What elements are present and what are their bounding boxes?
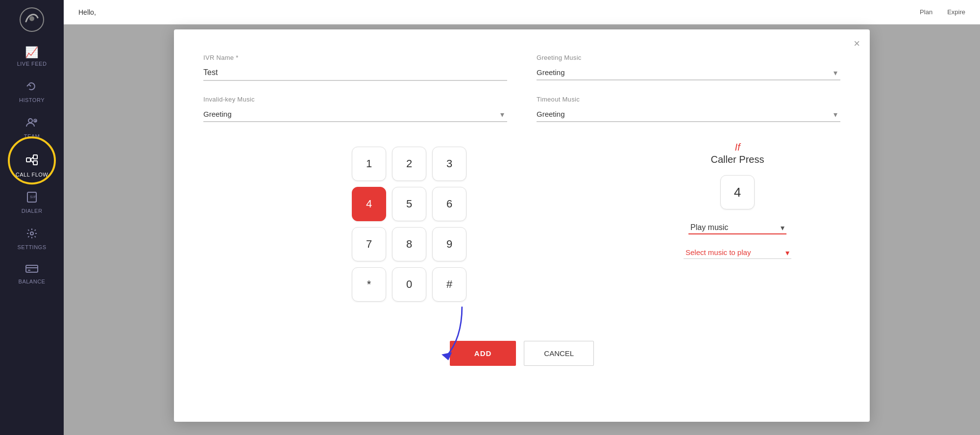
timeout-music-select[interactable]: Greeting	[537, 107, 840, 122]
add-button[interactable]: ADD	[450, 341, 516, 366]
topbar-right: Plan Expire	[920, 8, 965, 16]
team-icon	[25, 117, 38, 131]
close-icon[interactable]: ×	[854, 37, 860, 50]
music-select[interactable]: Select music to play Greeting Music 1 Mu…	[684, 246, 791, 258]
modal-dialog: × IVR Name * Greeting Music Greeting	[174, 29, 870, 422]
app-logo	[15, 5, 49, 34]
topbar-greeting: Hello,	[78, 8, 920, 16]
key-3[interactable]: 3	[432, 147, 466, 181]
balance-icon	[25, 264, 38, 277]
sidebar-item-label: CALL FLOW	[16, 172, 48, 178]
sidebar-item-label: DIALER	[22, 208, 43, 214]
svg-point-1	[29, 16, 34, 21]
right-panel: If Caller Press 4 Play music Forward to …	[635, 137, 840, 302]
cancel-button[interactable]: CANCEL	[524, 341, 594, 366]
form-body: 1 2 3 4 5 6 7 8 9 * 0 #	[203, 137, 840, 302]
history-icon	[26, 80, 38, 95]
key-6[interactable]: 6	[432, 187, 466, 221]
call-flow-icon	[25, 153, 39, 170]
key-0[interactable]: 0	[392, 267, 426, 302]
sidebar-item-balance[interactable]: BALANCE	[0, 257, 64, 291]
key-hash[interactable]: #	[432, 267, 466, 302]
svg-rect-12	[26, 265, 38, 272]
dialer-icon: SIP	[26, 191, 38, 206]
sidebar-item-dialer[interactable]: SIP DIALER	[0, 184, 64, 221]
greeting-music-select[interactable]: Greeting	[537, 65, 840, 80]
modal-footer: ADD CANCEL	[203, 331, 840, 366]
svg-point-11	[30, 232, 33, 235]
invalid-key-music-group: Invalid-key Music Greeting	[203, 96, 507, 122]
key-8[interactable]: 8	[392, 227, 426, 261]
caller-press-label: Caller Press	[711, 154, 764, 165]
modal-overlay: × IVR Name * Greeting Music Greeting	[64, 25, 980, 435]
key-4[interactable]: 4	[352, 187, 386, 221]
sidebar-item-call-flow[interactable]: CALL FLOW	[0, 146, 64, 184]
action-select[interactable]: Play music Forward to Voicemail Hang up	[688, 221, 786, 233]
settings-icon	[26, 228, 38, 242]
greeting-music-select-wrapper: Greeting	[537, 65, 840, 80]
greeting-music-group: Greeting Music Greeting	[537, 54, 840, 81]
sidebar-item-label: TEAM	[24, 133, 40, 139]
key-2[interactable]: 2	[392, 147, 426, 181]
key-5[interactable]: 5	[392, 187, 426, 221]
svg-rect-4	[26, 158, 30, 162]
sidebar-item-label: HISTORY	[19, 97, 45, 103]
timeout-music-select-wrapper: Greeting	[537, 107, 840, 122]
sidebar-item-label: BALANCE	[19, 279, 46, 284]
sidebar-item-team[interactable]: TEAM	[0, 110, 64, 146]
keypad-section: 1 2 3 4 5 6 7 8 9 * 0 #	[203, 137, 615, 302]
ivr-name-input[interactable]	[203, 65, 507, 81]
greeting-music-label: Greeting Music	[537, 54, 840, 61]
invalid-key-music-select[interactable]: Greeting	[203, 107, 507, 122]
plan-label: Plan	[920, 8, 932, 16]
sidebar-item-history[interactable]: HISTORY	[0, 74, 64, 110]
sidebar-item-live-feed[interactable]: 📈 LIVE FEED	[0, 39, 64, 74]
sidebar-item-label: SETTINGS	[17, 244, 46, 250]
sidebar-item-settings[interactable]: SETTINGS	[0, 221, 64, 257]
invalid-key-music-label: Invalid-key Music	[203, 96, 507, 103]
ivr-name-group: IVR Name *	[203, 54, 507, 81]
expire-label: Expire	[947, 8, 965, 16]
invalid-key-select-wrapper: Greeting	[203, 107, 507, 122]
ivr-name-label: IVR Name *	[203, 54, 507, 61]
svg-rect-5	[33, 155, 37, 159]
music-select-wrapper: Select music to play Greeting Music 1 Mu…	[684, 246, 791, 259]
form-row-2: Invalid-key Music Greeting Timeout Music…	[203, 96, 840, 122]
key-7[interactable]: 7	[352, 227, 386, 261]
action-select-wrapper: Play music Forward to Voicemail Hang up	[688, 221, 786, 234]
sidebar-item-label: LIVE FEED	[17, 61, 47, 67]
main-content: Hello, Plan Expire × IVR Name * Greeting…	[64, 0, 980, 435]
key-star[interactable]: *	[352, 267, 386, 302]
topbar: Hello, Plan Expire	[64, 0, 980, 25]
live-feed-icon: 📈	[25, 46, 39, 59]
form-row-1: IVR Name * Greeting Music Greeting	[203, 54, 840, 81]
timeout-music-group: Timeout Music Greeting	[537, 96, 840, 122]
timeout-music-label: Timeout Music	[537, 96, 840, 103]
if-label: If	[735, 142, 740, 153]
key-1[interactable]: 1	[352, 147, 386, 181]
svg-point-2	[28, 119, 32, 123]
keypad-grid: 1 2 3 4 5 6 7 8 9 * 0 #	[352, 147, 466, 302]
key-9[interactable]: 9	[432, 227, 466, 261]
pressed-key-display: 4	[720, 175, 755, 209]
svg-rect-6	[33, 161, 37, 165]
svg-text:SIP: SIP	[30, 195, 37, 199]
sidebar: 📈 LIVE FEED HISTORY TEAM	[0, 0, 64, 435]
